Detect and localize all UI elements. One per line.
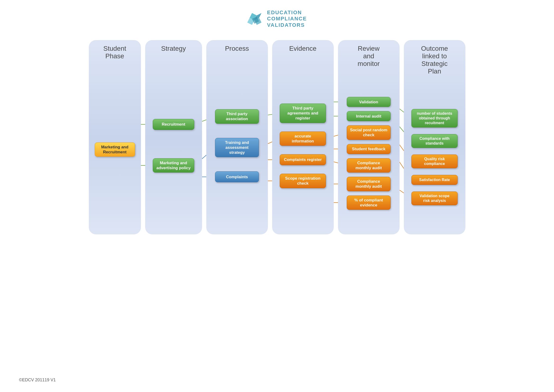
col-pill-student: Student Phase Marketing andRecruitment: [89, 40, 141, 234]
logo-text: EDUCATION COMPLIANCE VALIDATORS: [267, 9, 307, 28]
page: EDUCATION COMPLIANCE VALIDATORS: [0, 0, 554, 392]
box-third-party-agreements: Third partyagreements andregister: [280, 104, 326, 123]
logo-container: EDUCATION COMPLIANCE VALIDATORS: [247, 9, 307, 28]
col-process: Process Third partyassociation Training …: [206, 40, 268, 234]
box-compliance-standards: Compliance withstandards: [411, 134, 457, 148]
box-validation-scope: Validation scoperisk analysis: [411, 191, 457, 205]
col-pill-process: Process Third partyassociation Training …: [206, 40, 268, 234]
box-student-feedback: Student feedback: [347, 144, 391, 154]
box-recruitment: Recruitment: [153, 119, 194, 130]
box-quality-risk: Quality riskcompliance: [411, 154, 457, 168]
logo-line1: EDUCATION: [267, 9, 307, 16]
col-review-monitor: Reviewandmonitor Validation Internal aud…: [338, 40, 400, 234]
box-scope-registration: Scope registrationcheck: [280, 174, 326, 188]
logo-line2: COMPLIANCE: [267, 16, 307, 22]
col-header-student: Student Phase: [101, 45, 129, 60]
col-pill-outcome: Outcomelinked toStrategicPlan number of …: [404, 40, 465, 234]
box-training-assessment: Training andassessmentstrategy: [215, 138, 259, 157]
col-header-outcome: Outcomelinked toStrategicPlan: [419, 45, 450, 75]
diagram-wrapper: Student Phase Marketing andRecruitment S…: [89, 40, 465, 234]
logo-line3: VALIDATORS: [267, 22, 307, 28]
col-evidence: Evidence Third partyagreements andregist…: [272, 40, 334, 234]
box-pct-compliant: % of compliantevidence: [347, 196, 391, 210]
logo-icon: [247, 11, 264, 27]
col-header-evidence: Evidence: [287, 45, 319, 52]
col-header-process: Process: [223, 45, 251, 52]
diagram-area: Student Phase Marketing andRecruitment S…: [0, 35, 554, 239]
box-validation: Validation: [347, 97, 391, 107]
col-strategy: Strategy Recruitment Marketing andadvert…: [145, 40, 202, 234]
box-accurate-information: accurateinformation: [280, 132, 326, 146]
box-compliance-monthly-1: Compliancemonthly audit: [347, 158, 391, 173]
header: EDUCATION COMPLIANCE VALIDATORS: [0, 0, 554, 35]
box-compliance-monthly-2: Compliancemonthly audit: [347, 177, 391, 191]
col-student-phase: Student Phase Marketing andRecruitment: [89, 40, 141, 234]
box-num-students: number of studentsobtained throughrecuit…: [411, 109, 457, 127]
box-marketing-recruitment: Marketing andRecruitment: [95, 142, 135, 157]
copyright-text: ©EDCV 201119 V1: [19, 378, 56, 382]
box-marketing-advertising: Marketing andadvertising policy: [153, 158, 194, 173]
box-social-post: Social post randomcheck: [347, 125, 391, 140]
col-pill-review: Reviewandmonitor Validation Internal aud…: [338, 40, 400, 234]
box-internal-audit: Internal audit: [347, 111, 391, 121]
col-pill-evidence: Evidence Third partyagreements andregist…: [272, 40, 334, 234]
col-pill-strategy: Strategy Recruitment Marketing andadvert…: [145, 40, 202, 234]
box-complaints: Complaints: [215, 171, 259, 182]
box-third-party-assoc: Third partyassociation: [215, 109, 259, 124]
col-header-strategy: Strategy: [159, 45, 188, 52]
col-header-review: Reviewandmonitor: [355, 45, 382, 68]
box-satisfaction-rate: Satisfaction Rate: [411, 175, 457, 185]
box-complaints-register: Complaints register: [280, 154, 326, 165]
footer: ©EDCV 201119 V1: [19, 378, 56, 383]
col-outcome: Outcomelinked toStrategicPlan number of …: [404, 40, 465, 234]
